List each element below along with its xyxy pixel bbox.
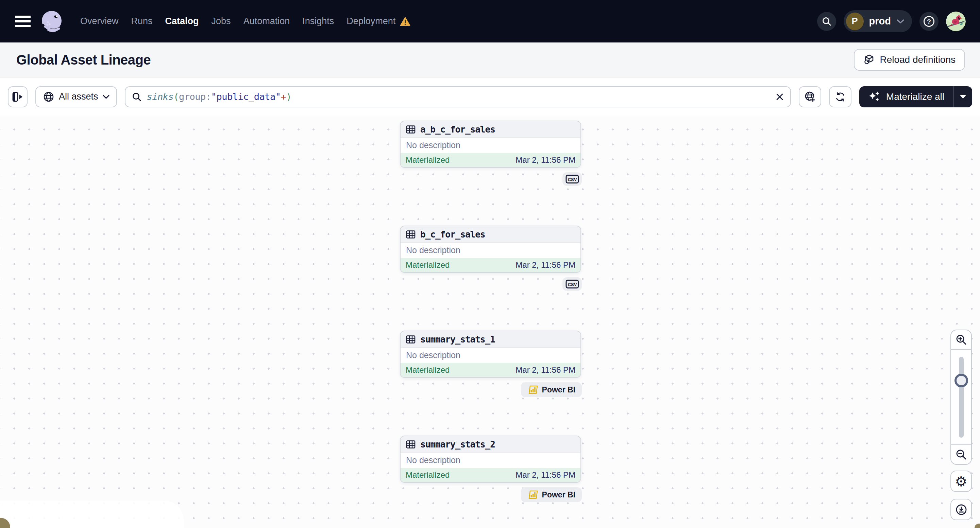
nav-item-overview[interactable]: Overview <box>80 16 119 27</box>
nav-item-label: Automation <box>243 16 290 27</box>
close-icon <box>775 92 784 101</box>
nav-item-runs[interactable]: Runs <box>131 16 153 27</box>
asset-tag-chip[interactable]: Power BI <box>521 382 582 397</box>
caret-down-icon <box>959 94 967 99</box>
clear-query-button[interactable] <box>775 92 784 101</box>
nav-links: OverviewRunsCatalogJobsAutomationInsight… <box>80 16 410 27</box>
help-button[interactable]: ? <box>920 12 939 31</box>
gear-icon: ⚙ <box>955 475 967 488</box>
user-avatar[interactable] <box>946 11 966 31</box>
nav-item-catalog[interactable]: Catalog <box>165 16 199 27</box>
zoom-out-button[interactable] <box>951 444 971 464</box>
nav-item-jobs[interactable]: Jobs <box>212 16 231 27</box>
download-icon <box>955 503 968 517</box>
nav-item-label: Catalog <box>165 16 199 27</box>
download-image-button[interactable] <box>950 499 972 520</box>
table-icon <box>406 439 416 450</box>
asset-selection-input[interactable]: sinks(group:"public_data"+) <box>125 86 791 107</box>
asset-card[interactable]: a_b_c_for_sales No description Materiali… <box>400 121 581 168</box>
query-token-fn: sinks <box>147 91 174 102</box>
zoom-slider-area <box>951 350 971 444</box>
graph-settings-button[interactable]: ⚙ <box>950 471 972 492</box>
dagster-logo[interactable] <box>40 9 64 33</box>
asset-card[interactable]: summary_stats_2 No description Materiali… <box>400 436 581 483</box>
reload-cube-icon <box>863 54 875 66</box>
svg-text:CSV: CSV <box>568 177 577 182</box>
cardinal-avatar-image <box>946 11 966 31</box>
status-badge: Materialized <box>406 365 450 375</box>
menu-icon[interactable] <box>15 16 30 27</box>
asset-status-bar: Materialized Mar 2, 11:56 PM <box>401 258 581 272</box>
materialize-all-split-button: Materialize all <box>859 86 972 107</box>
materialization-timestamp[interactable]: Mar 2, 11:56 PM <box>515 470 575 480</box>
query-token-attr: group: <box>179 91 211 102</box>
csv-icon: CSV <box>565 279 579 289</box>
table-icon <box>406 124 416 135</box>
asset-card-header: b_c_for_sales <box>401 226 581 243</box>
lineage-toolbar: All assets sinks(group:"public_data"+) <box>0 78 980 116</box>
globe-icon <box>43 91 54 103</box>
materialization-timestamp[interactable]: Mar 2, 11:56 PM <box>515 260 575 270</box>
reload-definitions-label: Reload definitions <box>880 54 956 65</box>
lineage-canvas[interactable]: a_b_c_for_sales No description Materiali… <box>0 117 980 528</box>
asset-scope-dropdown[interactable]: All assets <box>35 86 117 107</box>
asset-card[interactable]: b_c_for_sales No description Materialize… <box>400 225 581 273</box>
zoom-slider[interactable] <box>959 357 964 438</box>
asset-card-header: a_b_c_for_sales <box>401 121 581 138</box>
query-token-op: + <box>280 91 286 102</box>
nav-item-insights[interactable]: Insights <box>302 16 334 27</box>
asset-description: No description <box>401 453 581 468</box>
nav-item-label: Jobs <box>212 16 231 27</box>
materialization-timestamp[interactable]: Mar 2, 11:56 PM <box>515 365 575 375</box>
asset-tag-chip[interactable]: CSV <box>562 172 582 186</box>
chevron-down-icon <box>103 94 110 99</box>
sidebar-toggle-button[interactable] <box>8 86 27 107</box>
zoom-in-button[interactable] <box>951 330 971 350</box>
query-token-paren: ) <box>286 91 291 102</box>
asset-tag-label: Power BI <box>542 490 575 499</box>
materialize-options-button[interactable] <box>954 86 972 107</box>
asset-card[interactable]: summary_stats_1 No description Materiali… <box>400 331 581 378</box>
panel-toggle-icon <box>12 91 24 102</box>
reload-definitions-button[interactable]: Reload definitions <box>854 49 965 71</box>
chevron-down-icon <box>896 19 905 24</box>
deployment-switcher[interactable]: P prod <box>844 10 912 32</box>
zoom-out-icon <box>955 449 967 461</box>
asset-description: No description <box>401 347 581 363</box>
status-badge: Materialized <box>406 470 450 480</box>
csv-icon: CSV <box>565 174 579 184</box>
asset-description: No description <box>401 243 581 258</box>
deployment-name: prod <box>869 16 891 27</box>
zoom-slider-thumb[interactable] <box>955 374 968 387</box>
table-icon <box>406 229 416 239</box>
search-button[interactable] <box>817 12 836 31</box>
nav-item-automation[interactable]: Automation <box>243 16 290 27</box>
asset-name: a_b_c_for_sales <box>420 124 495 135</box>
search-icon <box>132 92 142 102</box>
zoom-controls <box>950 330 972 465</box>
minimap-corner-right <box>975 523 980 528</box>
materialization-timestamp[interactable]: Mar 2, 11:56 PM <box>515 155 575 165</box>
nav-item-deployment[interactable]: Deployment <box>347 16 410 27</box>
help-icon: ? <box>923 15 935 28</box>
asset-status-bar: Materialized Mar 2, 11:56 PM <box>401 153 581 167</box>
powerbi-icon <box>527 490 538 499</box>
nav-item-label: Runs <box>131 16 153 27</box>
globe-add-icon <box>803 90 816 103</box>
asset-scope-label: All assets <box>59 91 98 102</box>
nav-item-label: Deployment <box>347 16 396 27</box>
view-graph-scope-button[interactable] <box>799 86 821 107</box>
asset-tag-chip[interactable]: Power BI <box>521 487 582 502</box>
asset-name: summary_stats_1 <box>420 335 495 344</box>
materialize-all-button[interactable]: Materialize all <box>859 86 953 107</box>
query-token-string: "public_data" <box>211 91 281 102</box>
status-badge: Materialized <box>406 155 450 165</box>
nav-item-label: Insights <box>302 16 334 27</box>
svg-text:CSV: CSV <box>568 282 577 287</box>
dagster-app: OverviewRunsCatalogJobsAutomationInsight… <box>0 0 980 528</box>
refresh-icon <box>834 91 846 103</box>
refresh-button[interactable] <box>829 86 851 107</box>
status-badge: Materialized <box>406 260 450 270</box>
asset-tag-chip[interactable]: CSV <box>562 277 582 291</box>
query-token-paren: ( <box>173 91 179 102</box>
